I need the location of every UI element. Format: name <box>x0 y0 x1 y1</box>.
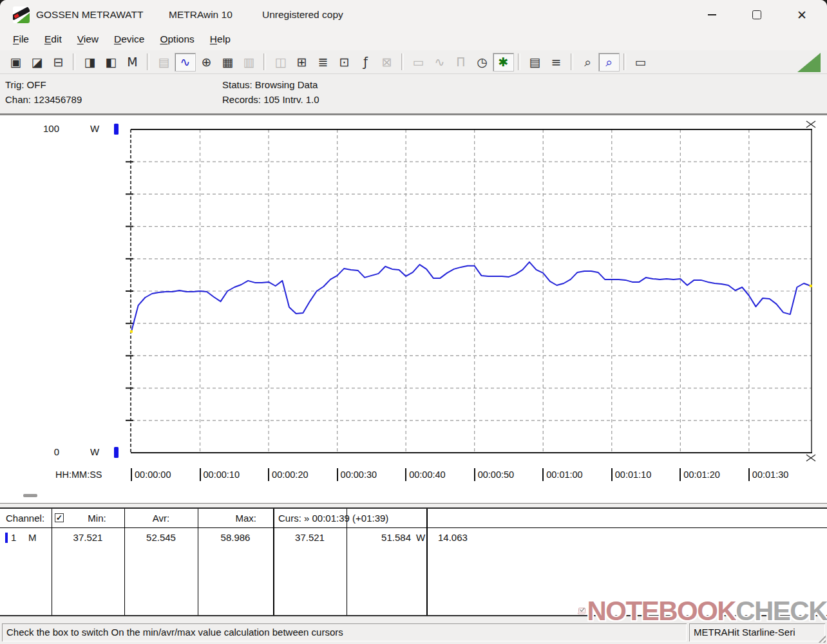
x-tick-label: 00:00:20 <box>272 469 308 480</box>
x-tick-label: 00:00:00 <box>135 469 171 480</box>
delta-value-cell: 14.063 <box>438 532 468 543</box>
print-button[interactable]: ≡ <box>546 53 567 71</box>
annotation-button[interactable]: ▭ <box>630 53 651 71</box>
zoom-horizontal-button[interactable]: ⌕ <box>577 53 598 71</box>
maximize-button[interactable] <box>742 0 772 30</box>
menu-options[interactable]: Options <box>152 30 202 50</box>
title-license: Unregistered copy <box>262 0 343 30</box>
scheduler-clock-button[interactable]: ◷ <box>471 53 493 71</box>
min-column-header: Min: <box>70 513 124 524</box>
metrawin-window: GOSSEN METRAWATT METRAwin 10 Unregistere… <box>0 0 827 644</box>
cursor-b-value-cell: 51.584 <box>347 532 411 543</box>
toolbar-separator <box>571 53 573 70</box>
trigger-status: Trig: OFF <box>5 79 46 90</box>
x-tick-label: 00:01:30 <box>752 469 788 480</box>
title-brand: GOSSEN METRAWATT <box>36 0 143 30</box>
x-tick-mark <box>542 468 544 481</box>
acquisition-status-panel: Trig: OFF Chan: 123456789 Status: Browsi… <box>0 74 827 115</box>
menu-help[interactable]: Help <box>202 30 238 50</box>
cursor-crosshair-button[interactable]: ⊕ <box>196 53 217 71</box>
device-export-button[interactable]: ◨ <box>79 53 100 71</box>
menu-edit[interactable]: Edit <box>37 30 70 50</box>
horizontal-scroll-thumb[interactable] <box>23 494 37 497</box>
numeric-display-button: ▤ <box>153 53 175 71</box>
avr-column-header: Avr: <box>124 513 198 524</box>
data-table-view-button[interactable]: ▦ <box>217 53 238 71</box>
sine-mode-button: ∿ <box>429 53 450 71</box>
toolbar-separator <box>147 53 149 70</box>
minmax-checkbox[interactable]: ✓ <box>55 513 64 522</box>
toolbar-separator <box>518 53 520 70</box>
menu-bar: FileEditViewDeviceOptionsHelp <box>0 30 827 50</box>
max-value-cell: 58.986 <box>198 532 273 543</box>
x-tick-mark <box>474 468 475 481</box>
x-axis-format-label: HH:MM:SS <box>55 469 102 480</box>
device-disconnect-button[interactable]: ◧ <box>100 53 122 71</box>
save-file-button[interactable]: ▣ <box>5 53 26 71</box>
max-column-header: Max: <box>198 513 273 524</box>
statistics-table: Channel: ✓ Min: Avr: Max: Curs: » 00:01:… <box>0 507 827 616</box>
records-info: Records: 105 Intrv. 1.0 <box>222 94 319 105</box>
channel-list: Chan: 123456789 <box>5 94 82 105</box>
title-app: METRAwin 10 <box>169 0 233 30</box>
memory-read-button[interactable]: M <box>122 53 143 71</box>
x-tick-mark <box>200 468 201 481</box>
avr-value-cell: 52.545 <box>124 532 198 543</box>
x-tick-mark <box>337 468 338 481</box>
channel-config-button[interactable]: ≣ <box>312 53 334 71</box>
cursor-b-unit-cell: W <box>416 532 425 543</box>
x-tick-label: 00:01:20 <box>683 469 719 480</box>
close-button[interactable]: ✕ <box>787 0 817 30</box>
x-tick-label: 00:01:00 <box>546 469 582 480</box>
x-tick-mark <box>268 468 269 481</box>
channel-color-chip <box>5 533 8 543</box>
toolbar-separator <box>623 53 626 70</box>
chart-panel[interactable]: 100 W 0 W HH:MM:SS 00:00:0000:00:1000:00… <box>0 115 827 504</box>
histogram-view-button: ▥ <box>238 53 260 71</box>
print-preview-button[interactable]: ▤ <box>524 53 546 71</box>
monitor-config-button[interactable]: ⊡ <box>334 53 355 71</box>
y-min-label: 0 <box>37 446 59 457</box>
menu-view[interactable]: View <box>70 30 106 50</box>
toolbar: ▣◪⊟◨◧M▤∿⊕▦▥◫⊞≣⊡ƒ⊠▭∿Π◷✱▤≡⌕⌕▭ <box>0 50 827 74</box>
waveform-plot <box>0 115 827 504</box>
save-as-button[interactable]: ◪ <box>26 53 48 71</box>
y-min-cursor-chip[interactable] <box>114 447 119 458</box>
channel-number-cell: 1 <box>11 532 16 543</box>
y-unit-top: W <box>90 123 99 134</box>
screen-copy-button: ◫ <box>270 53 291 71</box>
minimize-button[interactable] <box>697 0 727 30</box>
cursor-a-value-cell: 37.521 <box>273 532 347 543</box>
x-tick-label: 00:00:50 <box>478 469 514 480</box>
waveform-view-button[interactable]: ∿ <box>175 53 196 71</box>
device-settings-button[interactable]: ⊞ <box>291 53 312 71</box>
browsing-status: Status: Browsing Data <box>222 79 318 90</box>
toolbar-separator <box>73 53 75 70</box>
statusbar-device: METRAHit Starline-Seri <box>689 623 825 641</box>
min-value-cell: 37.521 <box>52 532 124 543</box>
zoom-window-button[interactable]: ⌕ <box>598 53 620 71</box>
x-tick-label: 00:00:30 <box>341 469 377 480</box>
cursor-column-header: Curs: » 00:01:39 (+01:39) <box>278 513 388 524</box>
x-tick-label: 00:00:40 <box>409 469 445 480</box>
x-tick-mark <box>680 468 681 481</box>
x-tick-mark <box>748 468 750 481</box>
x-tick-mark <box>405 468 406 481</box>
channel-column-header: Channel: <box>6 513 44 524</box>
open-file-button[interactable]: ⊟ <box>48 53 69 71</box>
menu-device[interactable]: Device <box>106 30 152 50</box>
pulse-mode-button: Π <box>450 53 471 71</box>
title-bar: GOSSEN METRAWATT METRAwin 10 Unregistere… <box>0 0 827 30</box>
x-tick-mark <box>131 468 132 481</box>
demo-bug-button[interactable]: ✱ <box>493 53 514 71</box>
formula-fx-button[interactable]: ƒ <box>355 53 376 71</box>
interface-config-button: ⊠ <box>376 53 397 71</box>
y-max-cursor-chip[interactable] <box>114 124 119 135</box>
statusbar-hint: Check the box to switch On the min/avr/m… <box>2 623 687 641</box>
y-max-label: 100 <box>37 123 59 134</box>
menu-file[interactable]: File <box>5 30 37 50</box>
x-tick-label: 00:00:10 <box>204 469 240 480</box>
status-bar: Check the box to switch On the min/avr/m… <box>0 621 827 644</box>
x-tick-mark <box>611 468 613 481</box>
x-tick-label: 00:01:10 <box>615 469 651 480</box>
